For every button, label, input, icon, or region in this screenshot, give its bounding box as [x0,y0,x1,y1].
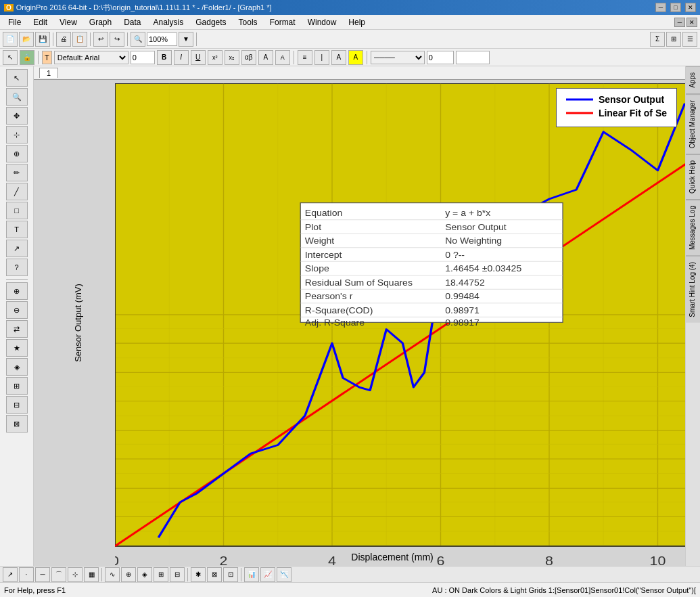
screen-reader[interactable]: ⊕ [6,145,28,162]
menu-format[interactable]: Format [264,16,301,28]
fontsize-dn[interactable]: A [275,50,290,65]
fsep2 [294,51,294,64]
arrow-tool[interactable]: ↗ [6,240,28,257]
undo-button[interactable]: ↩ [93,32,108,47]
line-style-select[interactable]: ──── [371,51,425,64]
menu-analysis[interactable]: Analysis [148,16,189,28]
highlight-btn[interactable]: A [348,50,363,65]
zoom-in-button[interactable]: 🔍 [131,32,145,47]
ribbon-close[interactable]: ✕ [686,18,697,27]
btb-btn14[interactable]: ⊡ [223,567,238,582]
btb-btn5[interactable]: ⊹ [68,567,83,582]
svg-text:Slope: Slope [305,264,329,273]
draw-rect[interactable]: □ [6,202,28,219]
menu-view[interactable]: View [54,16,83,28]
close-button[interactable]: ✕ [685,3,696,12]
print-button[interactable]: 🖨 [56,32,71,47]
btb-btn15[interactable]: 📊 [244,567,259,582]
sidebar-tool1[interactable]: ⊞ [6,377,28,395]
scale-in[interactable]: ⊕ [6,282,28,300]
svg-text:0  ?--: 0 ?-- [445,250,465,260]
menu-graph[interactable]: Graph [84,16,117,28]
font-arrow[interactable]: ↖ [3,50,18,65]
zoom-btn2[interactable]: ▼ [179,32,193,47]
annotate-tool[interactable]: ✏ [6,164,28,181]
font-color-btn[interactable]: A [331,50,346,65]
zoom-tool[interactable]: 🔍 [6,88,28,106]
extract-data[interactable]: ★ [6,339,28,357]
superscript-btn[interactable]: x² [208,50,223,65]
new-button[interactable]: 📄 [3,32,18,47]
svg-text:6: 6 [437,554,445,566]
italic-button[interactable]: I [174,50,189,65]
scale-out[interactable]: ⊖ [6,301,28,319]
font-family-select[interactable]: Default: Arial [54,51,129,64]
svg-text:8: 8 [545,554,553,566]
ribbon-minimize[interactable]: ─ [674,18,685,27]
mask-data[interactable]: ◈ [6,358,28,376]
maximize-button[interactable]: □ [670,3,681,12]
btb-btn17[interactable]: 📉 [277,567,291,582]
btb-btn2[interactable]: · [19,567,34,582]
draw-line[interactable]: ╱ [6,183,28,200]
copy-button[interactable]: 📋 [72,32,87,47]
btb-btn9[interactable]: ◈ [137,567,152,582]
btb-btn8[interactable]: ⊕ [121,567,136,582]
move-data[interactable]: ⇄ [6,320,28,338]
menu-gadgets[interactable]: Gadgets [190,16,231,28]
toolbar-extra2[interactable]: ☰ [682,32,697,47]
sidebar-tool3[interactable]: ⊠ [6,415,28,433]
underline-button[interactable]: U [191,50,206,65]
panel-object-manager[interactable]: Object Manager [686,94,700,154]
help-tool[interactable]: ? [6,259,28,276]
btb-btn12[interactable]: ✱ [191,567,206,582]
svg-text:Residual Sum of Squares: Residual Sum of Squares [305,278,413,288]
menu-window[interactable]: Window [302,16,342,28]
btb-btn1[interactable]: ↗ [3,567,18,582]
save-button[interactable]: 💾 [35,32,50,47]
text-tool[interactable]: T [6,221,28,238]
menu-tools[interactable]: Tools [233,16,263,28]
font-size-input[interactable] [131,51,155,64]
fontsize-up[interactable]: A [258,50,273,65]
panel-quick-help[interactable]: Quick Help [686,154,700,199]
align-left[interactable]: ≡ [298,50,312,65]
minimize-button[interactable]: ─ [655,3,666,12]
color-preview [456,51,490,64]
data-reader[interactable]: ⊹ [6,126,28,143]
sum-button[interactable]: Σ [650,32,665,47]
sidebar-tool2[interactable]: ⊟ [6,396,28,414]
select-tool[interactable]: ↖ [6,69,28,87]
graph-tab-1[interactable]: 1 [39,68,58,78]
title-bar-controls: ─ □ ✕ [655,3,696,12]
bold-button[interactable]: B [157,50,172,65]
legend-box: Sensor Output Linear Fit of Se [556,88,677,127]
font-toolbar: ↖ 🔒 T Default: Arial B I U x² x₂ αβ A A … [0,49,700,66]
menu-help[interactable]: Help [343,16,371,28]
panel-apps[interactable]: Apps [686,66,700,93]
btb-btn7[interactable]: ∿ [105,567,120,582]
btb-btn13[interactable]: ⊠ [207,567,222,582]
line-width-input[interactable] [427,51,454,64]
alpha-btn[interactable]: αβ [241,50,256,65]
btb-btn10[interactable]: ⊞ [154,567,168,582]
zoom-input[interactable] [147,32,177,46]
panel-smart-hint[interactable]: Smart Hint Log (4) [686,256,700,323]
redo-button[interactable]: ↪ [110,32,124,47]
panel-messages[interactable]: Messages Log [686,200,700,255]
pan-tool[interactable]: ✥ [6,107,28,125]
open-button[interactable]: 📂 [19,32,34,47]
toolbar-extra1[interactable]: ⊞ [666,32,681,47]
svg-text:Plot: Plot [305,223,322,232]
subscript-btn[interactable]: x₂ [225,50,239,65]
btb-btn4[interactable]: ⌒ [51,567,66,582]
menu-data[interactable]: Data [118,16,146,28]
btb-btn6[interactable]: ▦ [84,567,99,582]
btb-btn16[interactable]: 📈 [260,567,275,582]
font-lock[interactable]: 🔒 [20,50,34,65]
align-line[interactable]: | [314,50,329,65]
menu-edit[interactable]: Edit [28,16,53,28]
btb-btn3[interactable]: ─ [35,567,50,582]
menu-file[interactable]: File [3,16,26,28]
btb-btn11[interactable]: ⊟ [170,567,185,582]
